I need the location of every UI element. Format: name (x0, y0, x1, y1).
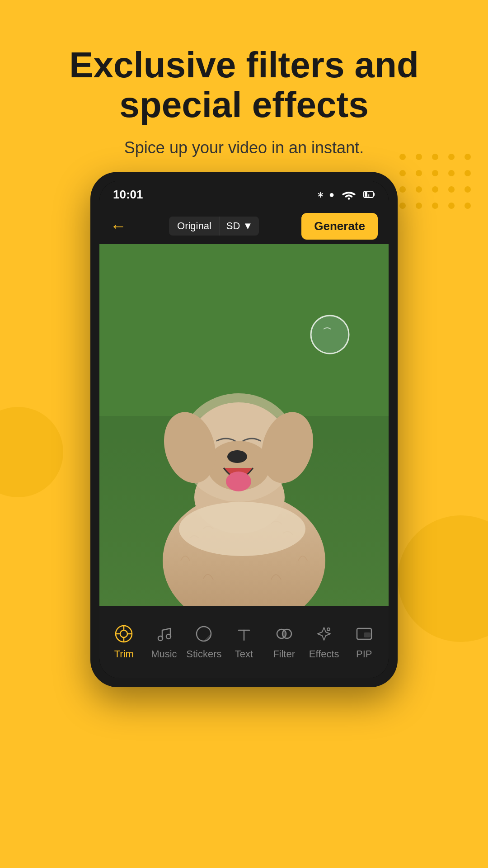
svg-text:18: 18 (366, 193, 370, 198)
page-title: Exclusive filters and special effects (27, 45, 461, 125)
decorative-circle-left (0, 407, 63, 497)
decorative-dots (399, 154, 474, 212)
svg-point-31 (327, 628, 330, 631)
status-icons: ∗ ● 18 (317, 184, 375, 204)
pip-label: PIP (356, 648, 372, 660)
alarm-icon: ● (329, 189, 334, 200)
status-bar: 10:01 ∗ ● 18 (99, 181, 389, 208)
filter-label: Filter (273, 648, 295, 660)
nav-item-pip[interactable]: PIP (344, 624, 384, 660)
trim-label: Trim (114, 648, 134, 660)
back-button[interactable]: ← (110, 217, 127, 236)
battery-icon: 18 (363, 190, 375, 199)
trim-icon (114, 624, 134, 644)
phone-frame: 10:01 ∗ ● 18 (90, 172, 398, 687)
svg-point-19 (120, 630, 127, 637)
quality-dropdown[interactable]: SD ▼ (220, 217, 259, 236)
page-subtitle: Spice up your video in an instant. (27, 138, 461, 157)
svg-point-13 (226, 472, 251, 491)
video-area (99, 244, 389, 606)
svg-rect-33 (364, 633, 370, 637)
app-toolbar: ← Original SD ▼ Generate (99, 208, 389, 244)
nav-item-filter[interactable]: Filter (264, 624, 304, 660)
video-content (99, 244, 389, 606)
svg-point-17 (311, 316, 349, 354)
music-label: Music (151, 648, 177, 660)
stickers-icon (194, 624, 214, 644)
original-label: Original (169, 217, 220, 236)
svg-point-16 (179, 502, 305, 556)
status-time: 10:01 (113, 188, 143, 202)
nav-item-text[interactable]: Text (224, 624, 264, 660)
phone-inner: 10:01 ∗ ● 18 (99, 181, 389, 678)
stickers-label: Stickers (186, 648, 221, 660)
wifi-icon (339, 184, 359, 204)
bottom-navigation: Trim Music Stic (99, 606, 389, 678)
svg-point-12 (227, 450, 247, 463)
nav-item-stickers[interactable]: Stickers (184, 624, 224, 660)
generate-button[interactable]: Generate (301, 213, 378, 240)
svg-rect-1 (373, 193, 375, 196)
music-icon (154, 624, 174, 644)
bluetooth-icon: ∗ (317, 189, 324, 200)
effects-icon (314, 624, 334, 644)
text-label: Text (235, 648, 253, 660)
header-section: Exclusive filters and special effects Sp… (0, 0, 488, 157)
nav-item-effects[interactable]: Effects (304, 624, 344, 660)
text-icon (234, 624, 254, 644)
nav-item-music[interactable]: Music (144, 624, 184, 660)
decorative-circle-right (398, 515, 488, 642)
nav-item-trim[interactable]: Trim (104, 624, 144, 660)
quality-selector[interactable]: Original SD ▼ (169, 217, 259, 236)
effects-label: Effects (309, 648, 339, 660)
filter-icon (274, 624, 294, 644)
pip-icon (354, 624, 374, 644)
phone-mockup: 10:01 ∗ ● 18 (90, 172, 398, 687)
